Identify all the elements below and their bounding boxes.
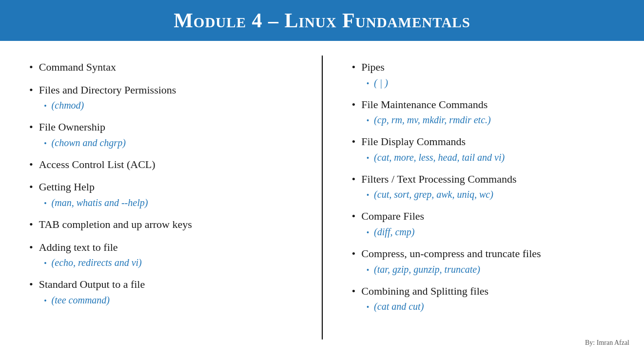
bullet-dot-icon: •: [29, 218, 33, 232]
right-list-item: •Combining and Splitting files•(cat and …: [352, 284, 620, 313]
sub-list-item: •(cat and cut): [367, 300, 424, 313]
sub-bullet-dot-icon: •: [367, 303, 370, 312]
bullet-text: Compare Files: [361, 209, 424, 224]
bullet-text: File Maintenance Commands: [361, 98, 488, 112]
sub-bullet-dot-icon: •: [367, 228, 370, 237]
slide-title: Module 4 – Linux Fundamentals: [174, 9, 470, 32]
bullet-text: Compress, un-compress and truncate files: [361, 247, 541, 261]
sub-bullet-text: (chown and chgrp): [52, 136, 126, 149]
sub-bullet-text: (cut, sort, grep, awk, uniq, wc): [374, 188, 493, 201]
left-list-item: •Adding text to file•(echo, redirects an…: [29, 241, 297, 269]
bullet-dot-icon: •: [29, 278, 33, 292]
sub-bullet-dot-icon: •: [44, 139, 47, 148]
left-list-item: •Access Control List (ACL): [29, 158, 297, 172]
bullet-text: Adding text to file: [39, 241, 118, 255]
bullet-text: Files and Directory Permissions: [39, 83, 176, 97]
right-column: •Pipes•( | )•File Maintenance Commands•(…: [323, 41, 644, 354]
sub-bullet-dot-icon: •: [367, 79, 370, 88]
sub-list-item: •(tee command): [44, 294, 110, 306]
bullet-dot-icon: •: [352, 284, 356, 299]
bullet-dot-icon: •: [352, 209, 356, 224]
sub-list-item: •(cp, rm, mv, mkdir, rmdir etc.): [367, 113, 491, 126]
sub-bullet-dot-icon: •: [367, 191, 370, 200]
left-column: •Command Syntax•Files and Directory Perm…: [0, 41, 322, 354]
right-list-item: •Compare Files•(diff, cmp): [352, 209, 620, 238]
sub-bullet-text: (echo, redirects and vi): [52, 256, 142, 269]
right-list-item: •Filters / Text Processing Commands•(cut…: [352, 172, 620, 201]
bullet-text: Access Control List (ACL): [39, 158, 156, 172]
sub-list-item: •(cat, more, less, head, tail and vi): [367, 151, 505, 164]
left-list-item: •Standard Output to a file•(tee command): [29, 278, 297, 306]
bullet-dot-icon: •: [29, 60, 33, 75]
sub-bullet-dot-icon: •: [44, 102, 47, 111]
sub-list-item: •(tar, gzip, gunzip, truncate): [367, 263, 480, 276]
left-list-item: •TAB completion and up arrow keys: [29, 218, 297, 232]
bullet-text: File Ownership: [39, 120, 105, 134]
sub-bullet-text: (cat and cut): [374, 300, 424, 313]
left-list-item: •File Ownership•(chown and chgrp): [29, 120, 297, 149]
left-list-item: •Getting Help•(man, whatis and --help): [29, 180, 297, 209]
sub-list-item: •(echo, redirects and vi): [44, 256, 142, 269]
sub-bullet-dot-icon: •: [367, 266, 370, 275]
right-list-item: •Compress, un-compress and truncate file…: [352, 247, 620, 276]
bullet-dot-icon: •: [352, 60, 356, 75]
sub-list-item: •( | ): [367, 76, 388, 89]
sub-list-item: •(man, whatis and --help): [44, 196, 148, 209]
sub-list-item: •(diff, cmp): [367, 225, 415, 238]
bullet-dot-icon: •: [352, 247, 356, 261]
sub-list-item: •(chown and chgrp): [44, 136, 126, 149]
header-bar: Module 4 – Linux Fundamentals: [0, 0, 644, 41]
sub-bullet-text: (diff, cmp): [374, 225, 414, 238]
left-list-item: •Command Syntax: [29, 60, 297, 75]
sub-list-item: •(cut, sort, grep, awk, uniq, wc): [367, 188, 493, 201]
bullet-dot-icon: •: [29, 158, 33, 172]
bullet-text: Combining and Splitting files: [361, 284, 488, 299]
bullet-text: Filters / Text Processing Commands: [361, 172, 516, 187]
bullet-text: Command Syntax: [39, 60, 116, 75]
sub-bullet-text: (cat, more, less, head, tail and vi): [374, 151, 505, 164]
bullet-text: Pipes: [361, 60, 385, 75]
right-list-item: •Pipes•( | ): [352, 60, 620, 89]
sub-bullet-text: ( | ): [374, 76, 388, 89]
sub-bullet-dot-icon: •: [367, 116, 370, 125]
slide-container: Module 4 – Linux Fundamentals •Command S…: [0, 0, 644, 357]
attribution: By: Imran Afzal: [585, 339, 629, 347]
right-bullet-list: •Pipes•( | )•File Maintenance Commands•(…: [352, 60, 620, 313]
left-list-item: •Files and Directory Permissions•(chmod): [29, 83, 297, 112]
sub-bullet-text: (tar, gzip, gunzip, truncate): [374, 263, 480, 276]
bullet-text: File Display Commands: [361, 135, 466, 149]
bullet-dot-icon: •: [352, 135, 356, 149]
content-area: •Command Syntax•Files and Directory Perm…: [0, 41, 644, 354]
bullet-text: Getting Help: [39, 180, 95, 194]
right-list-item: •File Maintenance Commands•(cp, rm, mv, …: [352, 98, 620, 127]
sub-bullet-dot-icon: •: [44, 199, 47, 208]
bullet-dot-icon: •: [29, 241, 33, 255]
sub-bullet-text: (man, whatis and --help): [52, 196, 148, 209]
bullet-dot-icon: •: [29, 120, 33, 134]
bullet-dot-icon: •: [29, 180, 33, 194]
right-list-item: •File Display Commands•(cat, more, less,…: [352, 135, 620, 164]
sub-list-item: •(chmod): [44, 99, 84, 112]
sub-bullet-text: (tee command): [52, 294, 110, 306]
sub-bullet-dot-icon: •: [44, 259, 47, 268]
bullet-dot-icon: •: [352, 172, 356, 187]
left-bullet-list: •Command Syntax•Files and Directory Perm…: [29, 60, 297, 306]
bullet-text: Standard Output to a file: [39, 278, 145, 292]
bullet-dot-icon: •: [352, 98, 356, 112]
sub-bullet-text: (cp, rm, mv, mkdir, rmdir etc.): [374, 113, 491, 126]
bullet-text: TAB completion and up arrow keys: [39, 218, 192, 232]
sub-bullet-dot-icon: •: [367, 154, 370, 163]
bullet-dot-icon: •: [29, 83, 33, 97]
sub-bullet-text: (chmod): [52, 99, 84, 112]
sub-bullet-dot-icon: •: [44, 297, 47, 305]
